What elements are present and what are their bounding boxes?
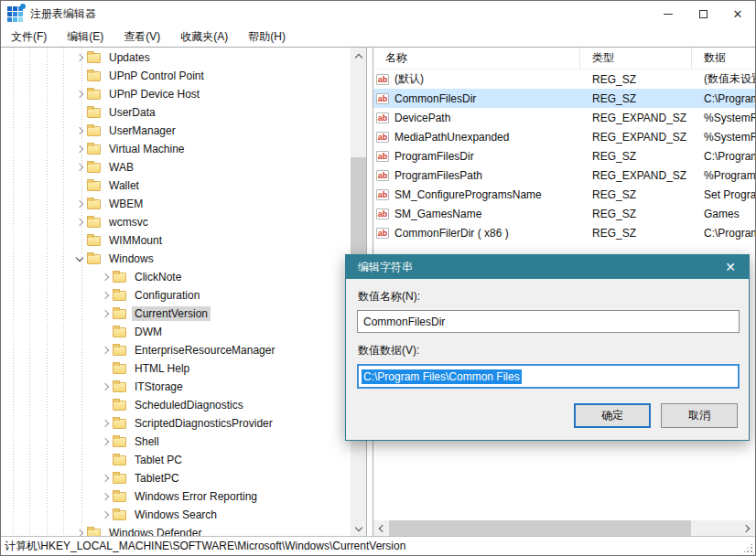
tree-item[interactable]: EnterpriseResourceManager <box>1 341 351 359</box>
tree-item[interactable]: Tablet PC <box>1 451 351 469</box>
tree-item[interactable]: UserManager <box>1 122 351 140</box>
chevron-icon[interactable] <box>98 489 113 504</box>
tree-item[interactable]: CurrentVersion <box>1 305 351 323</box>
chevron-icon[interactable] <box>98 380 113 394</box>
folder-icon <box>113 474 126 484</box>
chevron-icon[interactable] <box>72 160 87 175</box>
dialog-close-button[interactable]: ✕ <box>712 255 749 279</box>
chevron-icon[interactable] <box>98 508 113 522</box>
tree-item[interactable]: wcmsvc <box>1 213 351 231</box>
menu-help[interactable]: 帮助(H) <box>245 27 288 47</box>
value-name-cell: ab CommonFilesDir <box>373 92 580 105</box>
close-icon: ✕ <box>733 8 743 20</box>
chevron-icon[interactable] <box>98 361 113 376</box>
tree-item[interactable]: Configuration <box>1 286 351 305</box>
chevron-icon[interactable] <box>98 325 113 339</box>
chevron-icon[interactable] <box>98 343 113 358</box>
table-row[interactable]: ab ProgramFilesPath REG_EXPAND_SZ %Progr… <box>373 166 755 185</box>
chevron-icon[interactable] <box>72 197 87 211</box>
tree-item[interactable]: DWM <box>1 323 351 341</box>
menu-view[interactable]: 查看(V) <box>121 27 163 47</box>
tree-item[interactable]: Windows Error Reporting <box>1 487 351 506</box>
tree-item[interactable]: WBEM <box>1 195 351 213</box>
table-row[interactable]: ab (默认) REG_SZ (数值未设置) <box>373 70 755 89</box>
folder-icon <box>113 309 126 319</box>
column-header-data[interactable]: 数据 <box>692 48 755 69</box>
tree-item-label: Updates <box>106 50 153 65</box>
tree-item[interactable]: Windows Search <box>1 506 351 524</box>
chevron-icon[interactable] <box>72 251 87 266</box>
table-row[interactable]: ab ProgramFilesDir REG_SZ C:\Program <box>373 146 755 166</box>
chevron-icon[interactable] <box>72 69 87 83</box>
tree-item[interactable]: ScriptedDiagnosticsProvider <box>1 414 351 433</box>
tree-item[interactable]: TabletPC <box>1 469 351 487</box>
chevron-icon[interactable] <box>98 416 113 431</box>
tree-item-label: Windows <box>106 251 157 266</box>
resize-grip-icon[interactable] <box>742 542 753 553</box>
tree-item[interactable]: Windows Defender <box>1 524 351 536</box>
chevron-icon[interactable] <box>98 270 113 284</box>
chevron-icon[interactable] <box>98 288 113 303</box>
tree-item[interactable]: WIMMount <box>1 231 351 250</box>
table-row[interactable]: ab CommonFilesDir REG_SZ C:\Program <box>373 89 755 108</box>
tree: Updates UPnP Control Point UPnP Device H… <box>1 48 351 536</box>
scroll-down-icon[interactable] <box>351 520 366 536</box>
tree-item[interactable]: Updates <box>1 48 351 67</box>
scroll-left-icon[interactable] <box>373 520 389 536</box>
tree-item[interactable]: UPnP Control Point <box>1 67 351 85</box>
chevron-icon[interactable] <box>98 434 113 449</box>
tree-item[interactable]: Virtual Machine <box>1 140 351 158</box>
table-row[interactable]: ab SM_ConfigureProgramsName REG_SZ Set P… <box>373 185 755 204</box>
chevron-icon[interactable] <box>98 306 113 321</box>
tree-item[interactable]: Windows <box>1 250 351 268</box>
ok-button[interactable]: 确定 <box>574 403 651 428</box>
chevron-icon[interactable] <box>72 178 87 193</box>
chevron-icon[interactable] <box>72 123 87 138</box>
tree-item[interactable]: ITStorage <box>1 378 351 396</box>
scroll-right-icon[interactable] <box>740 520 755 536</box>
minimize-button[interactable] <box>651 1 686 27</box>
table-row[interactable]: ab CommonFilerDir ( x86 ) REG_SZ C:\Prog… <box>373 223 755 242</box>
string-value-icon: ab <box>376 74 389 85</box>
tree-item-label: ScriptedDiagnosticsProvider <box>132 416 275 431</box>
chevron-icon[interactable] <box>72 526 87 536</box>
value-name-input[interactable] <box>357 310 740 333</box>
tree-item[interactable]: UPnP Device Host <box>1 85 351 103</box>
scrollbar-thumb[interactable] <box>389 520 691 536</box>
chevron-icon[interactable] <box>72 142 87 156</box>
tree-item[interactable]: ClickNote <box>1 268 351 286</box>
close-button[interactable]: ✕ <box>720 1 755 27</box>
chevron-icon[interactable] <box>72 50 87 65</box>
menu-favorites[interactable]: 收藏夹(A) <box>178 27 231 47</box>
chevron-icon[interactable] <box>98 398 113 412</box>
tree-item[interactable]: UserData <box>1 103 351 122</box>
chevron-icon[interactable] <box>72 233 87 248</box>
table-row[interactable]: ab DevicePath REG_EXPAND_SZ %SystemRo <box>373 108 755 127</box>
maximize-button[interactable] <box>686 1 720 27</box>
chevron-icon[interactable] <box>72 105 87 120</box>
chevron-icon[interactable] <box>98 453 113 467</box>
string-value-icon: ab <box>376 189 389 200</box>
value-name-cell: ab DevicePath <box>373 112 580 124</box>
column-header-name[interactable]: 名称 <box>373 48 580 69</box>
chevron-icon[interactable] <box>98 471 113 486</box>
value-name: DevicePath <box>394 112 450 124</box>
column-header-type[interactable]: 类型 <box>580 48 692 69</box>
value-data-input[interactable]: C:\Program Files\Common Files <box>357 364 740 389</box>
menu-edit[interactable]: 编辑(E) <box>64 27 106 47</box>
tree-item-label: UPnP Control Point <box>106 69 207 83</box>
tree-item[interactable]: Wallet <box>1 176 351 195</box>
table-row[interactable]: ab MediaPathUnexpanded REG_EXPAND_SZ %Sy… <box>373 127 755 146</box>
list-horizontal-scrollbar[interactable] <box>373 520 755 536</box>
chevron-icon[interactable] <box>72 87 87 102</box>
cancel-button[interactable]: 取消 <box>661 403 738 428</box>
tree-item[interactable]: WAB <box>1 158 351 176</box>
tree-item[interactable]: HTML Help <box>1 359 351 378</box>
table-row[interactable]: ab SM_GamesName REG_SZ Games <box>373 204 755 223</box>
folder-icon <box>113 382 126 392</box>
chevron-icon[interactable] <box>72 215 87 230</box>
tree-item[interactable]: Shell <box>1 433 351 451</box>
menu-file[interactable]: 文件(F) <box>8 27 49 47</box>
tree-item[interactable]: ScheduledDiagnostics <box>1 396 351 414</box>
scroll-up-icon[interactable] <box>351 48 366 63</box>
